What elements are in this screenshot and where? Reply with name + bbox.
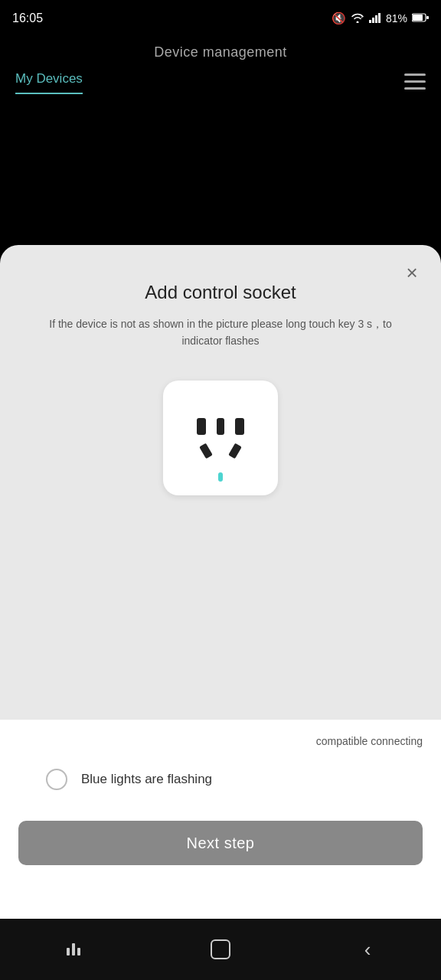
close-icon: × [406, 261, 417, 285]
pin-right [235, 418, 244, 435]
app-header: Device management [0, 37, 441, 65]
close-button[interactable]: × [398, 259, 426, 286]
recents-icon [67, 943, 80, 956]
compatible-label: compatible connecting [0, 720, 441, 753]
wifi-icon: + [351, 12, 364, 25]
status-time: 16:05 [12, 11, 43, 25]
hamburger-icon[interactable] [404, 74, 426, 93]
svg-rect-3 [375, 15, 377, 23]
bottom-section: compatible connecting Blue lights are fl… [0, 720, 441, 919]
pin-center [217, 418, 224, 435]
svg-rect-6 [413, 15, 423, 21]
back-button[interactable]: ‹ [345, 934, 390, 965]
pin-bottom-left [199, 443, 213, 459]
svg-rect-2 [372, 18, 374, 23]
signal-icon [369, 12, 381, 25]
modal-title: Add control socket [0, 282, 441, 303]
tab-bar: My Devices [0, 65, 441, 94]
socket-illustration [163, 381, 278, 495]
svg-rect-7 [426, 16, 429, 19]
socket-pins-top [197, 418, 244, 435]
svg-text:+: + [361, 15, 364, 19]
socket-indicator-light [218, 472, 223, 482]
svg-rect-10 [404, 87, 426, 90]
status-icons: 🔇 + 81% [332, 11, 429, 25]
blue-lights-radio[interactable] [46, 769, 67, 790]
tab-my-devices[interactable]: My Devices [15, 71, 83, 94]
svg-rect-9 [404, 80, 426, 83]
svg-rect-1 [369, 20, 371, 23]
status-bar: 16:05 🔇 + 81% [0, 0, 441, 37]
recents-button[interactable] [51, 934, 96, 965]
svg-rect-4 [378, 13, 381, 23]
modal-subtitle: If the device is not as shown in the pic… [0, 315, 441, 350]
next-step-button[interactable]: Next step [18, 821, 423, 865]
home-icon [211, 939, 230, 959]
home-button[interactable] [198, 934, 243, 965]
pin-bottom-right [228, 443, 242, 459]
back-icon: ‹ [364, 938, 371, 962]
nav-bar: ‹ [0, 919, 441, 980]
mute-icon: 🔇 [332, 11, 346, 25]
option-row[interactable]: Blue lights are flashing [0, 753, 441, 805]
battery-percentage: 81% [386, 12, 407, 24]
socket-pins-bottom [202, 444, 239, 458]
battery-icon [412, 13, 429, 24]
bg-area [0, 94, 441, 217]
svg-rect-8 [404, 74, 426, 76]
app-title: Device management [154, 44, 287, 60]
option-label: Blue lights are flashing [81, 772, 212, 787]
pin-left [197, 418, 206, 435]
